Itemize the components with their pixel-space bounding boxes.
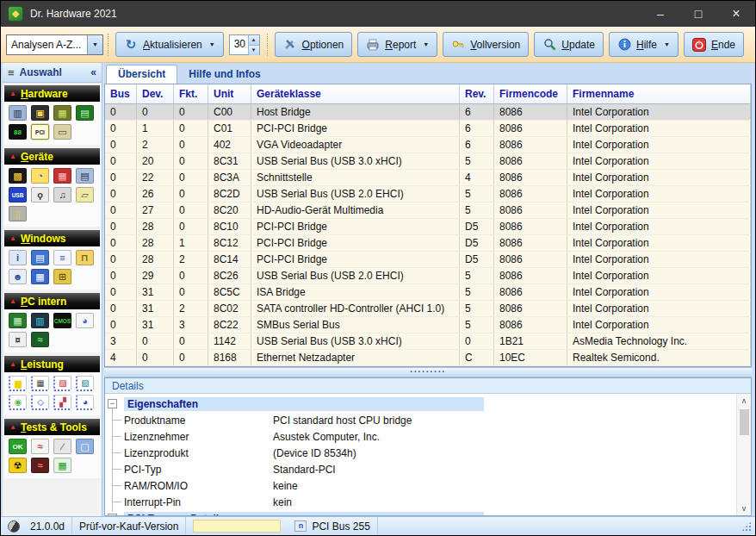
codec-icon[interactable]: ▩	[9, 168, 27, 184]
column-header[interactable]: Fkt.	[174, 84, 208, 103]
bench-chart-icon[interactable]: ≈	[31, 439, 49, 454]
bench-video-icon[interactable]: ▨	[53, 376, 71, 391]
spinner-up-icon[interactable]: ▲	[249, 35, 259, 46]
bench-disk-icon[interactable]: ▧	[76, 376, 94, 391]
table-row[interactable]: 02608C2DUSB Serial Bus (USB 2.0 EHCI)580…	[105, 186, 751, 203]
cmos-icon[interactable]: CMOS	[53, 313, 71, 328]
sidebar-header[interactable]: ≡ Auswahl «	[3, 63, 102, 83]
refresh-button[interactable]: ↻ Aktualisieren ▼	[115, 32, 224, 57]
maximize-button[interactable]: □	[679, 1, 717, 27]
menu-icon[interactable]: ≡	[8, 66, 15, 79]
bench-cpu-icon[interactable]: ▆	[9, 376, 27, 391]
fullversion-button[interactable]: Vollversion	[443, 32, 529, 57]
bench-grid-icon[interactable]: ▦	[31, 376, 49, 391]
bios-chip-icon[interactable]: ▭	[53, 124, 71, 140]
table-row[interactable]: 000C00Host Bridge68086Intel Corporation	[105, 104, 751, 121]
column-header[interactable]: Rev.	[460, 84, 494, 103]
tree-item-row[interactable]: Lizenzprodukt(Device ID 8534h)	[105, 445, 736, 461]
network-lock-icon[interactable]: ⊞	[53, 269, 71, 284]
table-row[interactable]: 02208C3ASchnittstelle48086Intel Corporat…	[105, 170, 751, 186]
combobox-dropdown-icon[interactable]: ▼	[87, 35, 102, 54]
ok-test-icon[interactable]: OK	[9, 439, 27, 454]
burn-in-icon[interactable]: ☢	[9, 458, 27, 473]
spinner-down-icon[interactable]: ▼	[249, 46, 259, 55]
section-header[interactable]: ▲PC intern	[4, 293, 100, 309]
table-row[interactable]: 02808C10PCI-PCI BridgeD58086Intel Corpor…	[105, 219, 751, 235]
videocard-icon[interactable]: ▦	[53, 168, 71, 184]
users-icon[interactable]: ☻	[9, 269, 27, 284]
usb-icon[interactable]: USB	[9, 187, 27, 203]
tree-item-row[interactable]: Interrupt-Pinkein	[105, 494, 736, 510]
bench-cd-icon[interactable]: ◉	[9, 395, 27, 410]
splitter-handle[interactable]: ·········	[104, 367, 752, 377]
collapse-icon[interactable]: «	[90, 66, 96, 78]
pc-icon[interactable]: ▥	[9, 105, 27, 121]
refresh-dropdown-icon[interactable]: ▼	[209, 41, 215, 47]
app-icon[interactable]: ◆	[8, 6, 23, 22]
security-lock-icon[interactable]: ⊓	[76, 250, 94, 265]
tree-item-row[interactable]: LizenznehmerAsustek Computer, Inc.	[105, 428, 736, 445]
close-button[interactable]: ×	[717, 1, 755, 27]
tree-item-row[interactable]: RAM/ROM/IOkeine	[105, 477, 736, 494]
column-header[interactable]: Dev.	[137, 84, 174, 103]
dma-gears-icon[interactable]: ¤	[9, 332, 27, 347]
mainboard-icon[interactable]: ▦	[53, 105, 71, 121]
memory-pie-icon[interactable]: ◕	[76, 313, 94, 328]
bench-mem-icon[interactable]: ▞	[53, 395, 71, 410]
exit-button[interactable]: Ende	[684, 32, 744, 57]
column-header[interactable]: Unit	[208, 84, 251, 103]
resources-board-icon[interactable]: ▦	[9, 313, 27, 328]
tree-group-row[interactable]: −Eigenschaften	[105, 396, 736, 412]
table-row[interactable]: 03138C22SMBus Serial Bus58086Intel Corpo…	[105, 317, 751, 333]
monitor-graph-icon[interactable]: ≈	[31, 332, 49, 347]
section-header[interactable]: ▲Hardware	[4, 85, 100, 102]
table-row[interactable]: 02818C12PCI-PCI BridgeD58086Intel Corpor…	[105, 235, 751, 252]
multimedia-icon[interactable]: ◔	[31, 168, 49, 184]
stress-graph-icon[interactable]: ≈	[31, 458, 49, 473]
table-row[interactable]: 02908C26USB Serial Bus (USB 2.0 EHCI)580…	[105, 268, 751, 284]
table-row[interactable]: 03128C02SATA controller HD-Controller (A…	[105, 301, 751, 317]
update-button[interactable]: Update	[534, 32, 604, 57]
drive-icon[interactable]: ▯	[9, 206, 27, 221]
tools-diag-icon[interactable]: ∕	[53, 439, 71, 454]
table-row[interactable]: 02008C31USB Serial Bus (USB 3.0 xHCI)580…	[105, 153, 751, 170]
scanner-icon[interactable]: ▱	[76, 187, 94, 203]
help-dropdown-icon[interactable]: ▼	[664, 41, 670, 47]
minimize-button[interactable]: –	[641, 1, 679, 27]
devices-icon[interactable]: ▥	[31, 313, 49, 328]
pci-icon[interactable]: PCI	[31, 124, 49, 140]
section-header[interactable]: ▲Tests & Tools	[4, 419, 100, 435]
table-row[interactable]: 4008168Ethernet NetzadapterC10ECRealtek …	[105, 350, 751, 366]
scroll-down-icon[interactable]: ∨	[737, 502, 751, 515]
printer-icon[interactable]: ▤	[76, 168, 94, 184]
expand-icon[interactable]: −	[108, 399, 117, 408]
bench-net-icon[interactable]: ◇	[31, 395, 49, 410]
led-display-icon[interactable]: 88	[9, 124, 27, 140]
table-row[interactable]: 3001142USB Serial Bus (USB 3.0 xHCI)01B2…	[105, 333, 751, 350]
cpu-icon[interactable]: ▣	[31, 105, 49, 121]
ram-icon[interactable]: ▤	[76, 105, 94, 121]
table-row[interactable]: 02828C14PCI-PCI BridgeD58086Intel Corpor…	[105, 252, 751, 268]
control-panel-icon[interactable]: ▤	[31, 250, 49, 265]
details-scrollbar[interactable]: ∧ ∨	[736, 394, 751, 515]
report-button[interactable]: Report ▼	[357, 32, 437, 57]
interval-spinner[interactable]: 30 ▲ ▼	[229, 34, 260, 55]
column-header[interactable]: Firmencode	[494, 84, 567, 103]
column-header[interactable]: Bus	[105, 84, 137, 103]
table-row[interactable]: 010C01PCI-PCI Bridge68086Intel Corporati…	[105, 121, 751, 137]
tab-hilfe-und-infos[interactable]: Hilfe und Infos	[177, 65, 271, 84]
scroll-up-icon[interactable]: ∧	[737, 394, 751, 408]
table-row[interactable]: 02708C20HD-Audio-Gerät Multimedia58086In…	[105, 203, 751, 219]
remote-icon[interactable]: ▢	[76, 439, 94, 454]
midi-icon[interactable]: ♫	[53, 187, 71, 203]
table-row[interactable]: 020402VGA Videoadapter68086Intel Corpora…	[105, 137, 751, 153]
tree-group-row[interactable]: −PCI Express Details	[105, 510, 736, 515]
memory-test-icon[interactable]: ▦	[53, 458, 71, 473]
section-header[interactable]: ▲Geräte	[4, 148, 100, 165]
table-row[interactable]: 03108C5CISA Bridge58086Intel Corporation	[105, 284, 751, 301]
process-tree-icon[interactable]: ≡	[53, 250, 71, 265]
tree-item-row[interactable]: PCI-TypStandard-PCI	[105, 461, 736, 477]
mouse-icon[interactable]: ϙ	[31, 187, 49, 203]
resize-grip[interactable]	[741, 521, 752, 532]
expand-icon[interactable]: −	[108, 514, 117, 515]
